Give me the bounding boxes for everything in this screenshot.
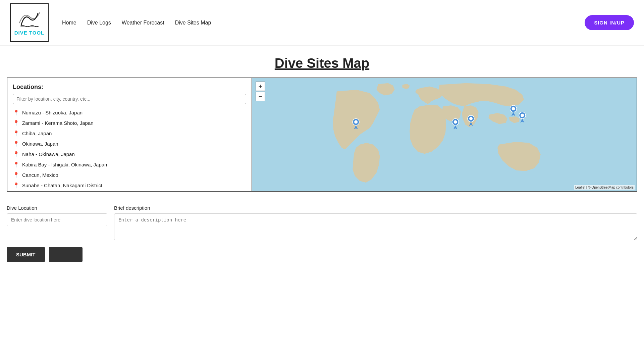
nav-item-divesitesmap[interactable]: Dive Sites Map <box>175 20 211 26</box>
list-item[interactable]: 📍Kabira Bay - Ishigaki, Okinawa, Japan <box>13 159 246 170</box>
main-content: Locations: 📍Numazu - Shizuoka, Japan📍Zam… <box>7 78 637 192</box>
map-attribution: Leaflet | © OpenStreetMap contributors <box>574 185 635 190</box>
map-controls: + − <box>256 82 265 101</box>
locations-list: 📍Numazu - Shizuoka, Japan📍Zamami - Keram… <box>7 107 252 191</box>
nav-item-home[interactable]: Home <box>62 20 76 26</box>
logo-icon <box>18 10 41 29</box>
pin-icon: 📍 <box>13 109 19 116</box>
pin-icon: 📍 <box>13 182 19 189</box>
logo[interactable]: DIVE TOOL <box>10 3 49 42</box>
locations-list-wrapper[interactable]: 📍Numazu - Shizuoka, Japan📍Zamami - Keram… <box>7 107 252 191</box>
svg-point-9 <box>469 117 473 120</box>
list-item[interactable]: 📍Cancun, Mexico <box>13 170 246 180</box>
svg-point-3 <box>454 120 457 124</box>
zoom-out-button[interactable]: − <box>256 92 265 101</box>
svg-point-5 <box>512 107 515 110</box>
form-section: Dive Location Brief description <box>7 205 637 240</box>
list-item[interactable]: 📍Sunabe - Chatan, Nakagami District <box>13 180 246 191</box>
list-item[interactable]: 📍Ishigaki, Okinawa <box>13 191 246 191</box>
list-item[interactable]: 📍Okinawa, Japan <box>13 139 246 149</box>
buttons-row: SUBMIT <box>7 247 637 262</box>
sign-in-button[interactable]: SIGN IN/UP <box>585 15 634 30</box>
nav-links: Home Dive Logs Weather Forecast Dive Sit… <box>62 20 211 26</box>
zoom-in-button[interactable]: + <box>256 82 265 91</box>
pin-icon: 📍 <box>13 120 19 126</box>
list-item[interactable]: 📍Chiba, Japan <box>13 128 246 139</box>
location-label: Dive Location <box>7 205 107 211</box>
second-button[interactable] <box>49 247 83 262</box>
logo-text: DIVE TOOL <box>14 30 45 36</box>
nav-item-divelogs[interactable]: Dive Logs <box>87 20 111 26</box>
pin-icon: 📍 <box>13 161 19 168</box>
locations-header: Locations: <box>7 84 252 94</box>
svg-point-11 <box>354 120 358 124</box>
map-svg <box>252 78 637 191</box>
pin-icon: 📍 <box>13 172 19 178</box>
nav-item-weather[interactable]: Weather Forecast <box>122 20 164 26</box>
description-textarea[interactable] <box>114 213 637 240</box>
form-group-description: Brief description <box>114 205 637 240</box>
pin-icon: 📍 <box>13 130 19 137</box>
form-group-location: Dive Location <box>7 205 107 240</box>
locations-panel: Locations: 📍Numazu - Shizuoka, Japan📍Zam… <box>7 78 252 191</box>
description-label: Brief description <box>114 205 637 211</box>
navbar: DIVE TOOL Home Dive Logs Weather Forecas… <box>0 0 644 46</box>
pin-icon: 📍 <box>13 141 19 147</box>
list-item[interactable]: 📍Numazu - Shizuoka, Japan <box>13 107 246 118</box>
location-input[interactable] <box>7 213 107 226</box>
map-container: + − Leaflet | © OpenStreetMap contributo… <box>252 78 637 191</box>
page-title: Dive Sites Map <box>0 56 644 71</box>
list-item[interactable]: 📍Naha - Okinawa, Japan <box>13 149 246 159</box>
svg-point-7 <box>521 114 524 117</box>
pin-icon: 📍 <box>13 151 19 157</box>
list-item[interactable]: 📍Zamami - Kerama Shoto, Japan <box>13 118 246 128</box>
submit-button[interactable]: SUBMIT <box>7 247 45 262</box>
filter-input[interactable] <box>13 94 246 104</box>
